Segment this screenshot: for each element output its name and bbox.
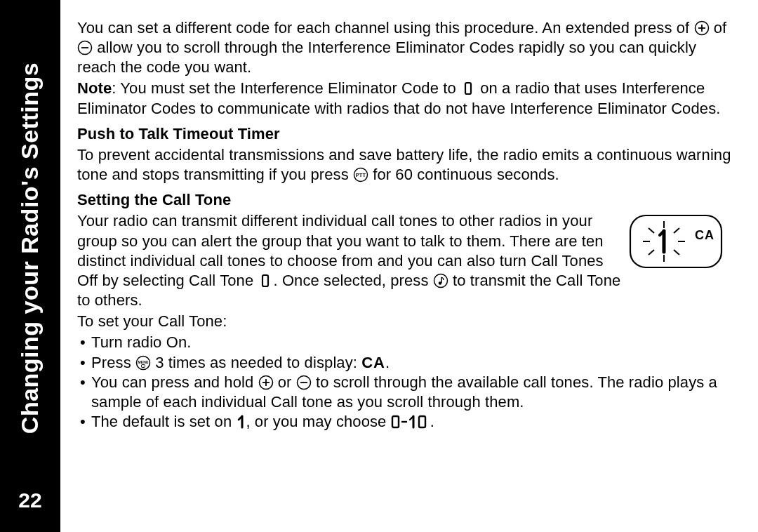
text: The default is set on xyxy=(91,413,236,430)
text: Press xyxy=(91,354,135,371)
plus-circle-icon xyxy=(694,20,710,36)
text: . Once selected, press xyxy=(273,272,432,289)
minus-circle-icon xyxy=(77,40,93,55)
page-number: 22 xyxy=(18,488,41,512)
text: You can set a different code for each ch… xyxy=(77,19,694,36)
seg-zero-icon xyxy=(460,81,476,96)
svg-text:PTT: PTT xyxy=(356,172,366,178)
svg-rect-29 xyxy=(392,416,399,427)
paragraph-note: Note: You must set the Interference Elim… xyxy=(77,79,734,118)
svg-rect-31 xyxy=(419,416,425,427)
svg-point-23 xyxy=(142,365,143,366)
paragraph-toset: To set your Call Tone: xyxy=(77,312,734,331)
display-badge: CA xyxy=(629,211,734,274)
seg-zero-icon xyxy=(258,273,273,288)
content: You can set a different code for each ch… xyxy=(60,0,758,532)
sidebar: Changing your Radio's Settings 22 xyxy=(0,0,60,532)
svg-point-10 xyxy=(439,281,441,284)
text: , or you may choose xyxy=(246,413,390,430)
text: of xyxy=(714,19,727,36)
list-item: The default is set on , or you may choos… xyxy=(77,412,734,432)
heading-call-tone: Setting the Call Tone xyxy=(77,190,734,210)
page: Changing your Radio's Settings 22 You ca… xyxy=(0,0,758,532)
paragraph-calltone: Your radio can transmit different indivi… xyxy=(77,211,622,310)
svg-line-17 xyxy=(674,250,679,255)
svg-line-19 xyxy=(649,250,654,255)
plus-circle-icon xyxy=(258,375,274,390)
menu-circle-icon: MENU xyxy=(135,355,151,371)
heading-ptt-timeout: Push to Talk Timeout Timer xyxy=(77,124,734,144)
display-CA-text: CA xyxy=(695,228,714,242)
seg-CA: CA xyxy=(361,354,385,371)
text: You can press and hold xyxy=(91,373,258,391)
seg-one-icon xyxy=(236,414,246,430)
text: Turn radio On. xyxy=(91,333,191,351)
text: for 60 continuous seconds. xyxy=(373,166,559,183)
steps-list: Turn radio On. Press MENU 3 times as nee… xyxy=(77,333,734,432)
music-note-circle-icon xyxy=(433,273,448,288)
svg-line-16 xyxy=(649,228,654,233)
paragraph-intro: You can set a different code for each ch… xyxy=(77,18,734,77)
text: : You must set the Interference Eliminat… xyxy=(112,79,460,97)
paragraph-ptt: To prevent accidental transmissions and … xyxy=(77,145,734,185)
text: 3 times as needed to display: xyxy=(151,354,361,371)
svg-rect-5 xyxy=(465,83,471,94)
list-item: You can press and hold or to scroll thro… xyxy=(77,373,734,412)
text: allow you to scroll through the Interfer… xyxy=(77,39,696,76)
section-title: Changing your Radio's Settings xyxy=(17,62,44,433)
list-item: Turn radio On. xyxy=(77,333,734,352)
svg-rect-8 xyxy=(262,275,268,286)
text: . xyxy=(385,354,390,371)
ptt-icon: PTT xyxy=(353,167,368,182)
svg-text:MENU: MENU xyxy=(138,359,148,364)
list-item: Press MENU 3 times as needed to display:… xyxy=(77,353,734,373)
seg-range-icon xyxy=(391,414,430,430)
text: . xyxy=(430,413,434,430)
note-label: Note xyxy=(77,79,112,97)
svg-point-9 xyxy=(434,274,447,287)
sidebar-title-wrap: Changing your Radio's Settings xyxy=(0,0,60,474)
text: or xyxy=(274,373,296,391)
minus-circle-icon xyxy=(296,375,312,390)
svg-line-18 xyxy=(674,228,679,233)
